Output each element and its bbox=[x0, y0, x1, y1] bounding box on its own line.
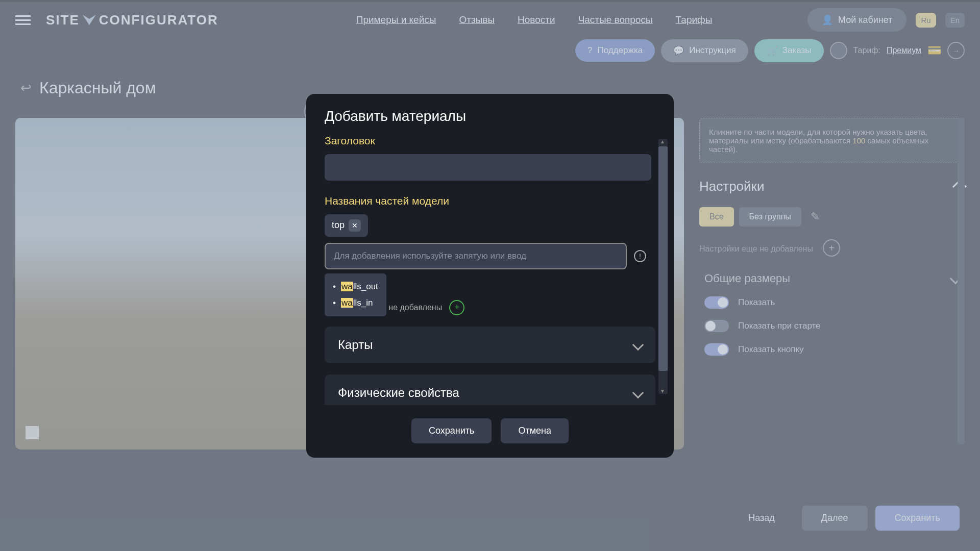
tag-remove-button[interactable]: ✕ bbox=[349, 219, 361, 232]
suggestion-walls-out[interactable]: walls_out bbox=[333, 279, 378, 295]
suggestion-walls-in[interactable]: walls_in bbox=[333, 295, 378, 311]
suggestions-dropdown: walls_out walls_in bbox=[325, 273, 386, 316]
chevron-down-icon bbox=[632, 339, 644, 350]
add-materials-modal: Добавить материалы Заголовок Названия ча… bbox=[306, 94, 674, 458]
modal-title: Добавить материалы bbox=[306, 108, 674, 135]
accordion-maps[interactable]: Карты bbox=[325, 327, 655, 363]
add-material-button[interactable]: + bbox=[449, 300, 464, 315]
field-label-title: Заголовок bbox=[325, 135, 655, 147]
info-icon[interactable]: ! bbox=[634, 250, 646, 262]
accordion-physical[interactable]: Физические свойства bbox=[325, 374, 655, 405]
field-label-parts: Названия частей модели bbox=[325, 195, 655, 207]
tag-top: top ✕ bbox=[325, 214, 368, 237]
chevron-down-icon bbox=[632, 387, 644, 398]
parts-input[interactable] bbox=[325, 243, 627, 269]
modal-save-button[interactable]: Сохранить bbox=[411, 418, 492, 443]
modal-overlay: Добавить материалы Заголовок Названия ча… bbox=[0, 0, 980, 551]
modal-cancel-button[interactable]: Отмена bbox=[501, 418, 569, 443]
title-input[interactable] bbox=[325, 154, 651, 181]
modal-scrollbar[interactable] bbox=[658, 139, 668, 394]
